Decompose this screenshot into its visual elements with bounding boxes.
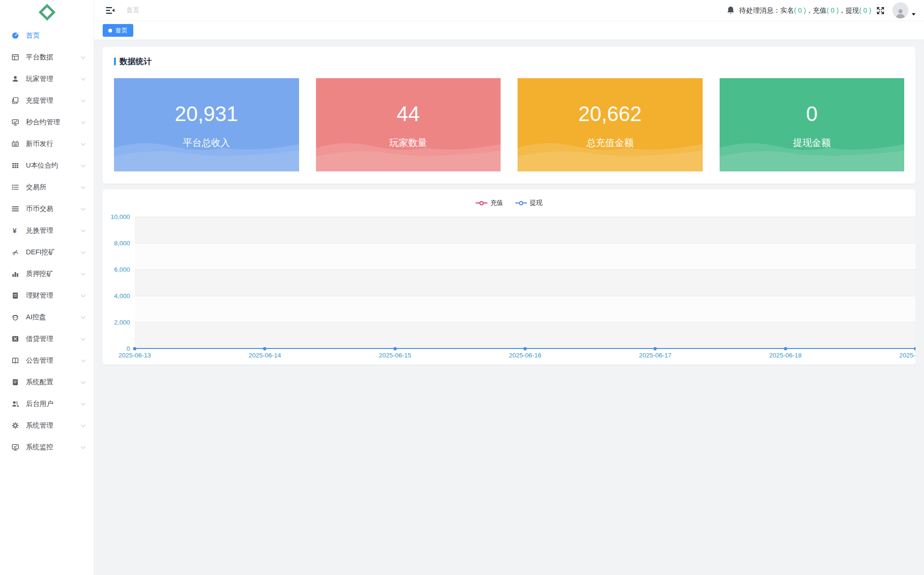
- sidebar-item-defi-mining[interactable]: DEFI挖矿: [0, 241, 94, 263]
- sidebar-item-system-monitor[interactable]: 系统监控: [0, 436, 94, 458]
- new-coin-icon: [11, 140, 19, 148]
- sidebar-item-exchange[interactable]: 交易所: [0, 176, 94, 198]
- sidebar-menu: 首页 平台数据 玩家管理 充提管理 秒合约管理: [0, 24, 94, 458]
- data-point: [393, 347, 397, 350]
- legend-item-withdraw[interactable]: 提现: [515, 199, 543, 207]
- data-point: [263, 347, 267, 350]
- stat-value: 20,662: [578, 104, 642, 124]
- tab-home[interactable]: 首页: [103, 24, 133, 37]
- sidebar-item-u-contract[interactable]: U本位合约: [0, 154, 94, 176]
- stat-value: 0: [806, 104, 818, 124]
- chevron-down-icon: [81, 97, 86, 102]
- sidebar-item-ai-control[interactable]: AI控盘: [0, 306, 94, 328]
- chevron-down-icon: [81, 314, 86, 319]
- u-contract-icon: [11, 162, 19, 170]
- chevron-down-icon: [81, 292, 86, 297]
- sidebar-item-seconds-contract[interactable]: 秒合约管理: [0, 111, 94, 133]
- chevron-down-icon: [81, 119, 86, 124]
- sidebar-item-platform-data[interactable]: 平台数据: [0, 46, 94, 68]
- sidebar-item-system-manage[interactable]: 系统管理: [0, 414, 94, 436]
- data-point: [914, 347, 916, 350]
- notification-bell-icon[interactable]: [727, 6, 735, 15]
- legend-item-deposit[interactable]: 充值: [476, 199, 503, 207]
- chevron-down-icon: [81, 162, 86, 167]
- sidebar-item-staking-mining[interactable]: 质押挖矿: [0, 263, 94, 284]
- wave-decoration: [518, 134, 703, 171]
- staking-mining-icon: [11, 270, 19, 278]
- defi-mining-icon: [11, 248, 19, 256]
- split-area-band: [135, 269, 916, 296]
- admin-users-icon: [11, 400, 19, 408]
- brand-logo-icon: [38, 3, 56, 21]
- legend-marker-icon: [476, 201, 487, 205]
- pending-item-label: 实名: [780, 7, 794, 14]
- gridline: [135, 243, 916, 243]
- sidebar-item-swap[interactable]: ¥ 兑换管理: [0, 219, 94, 241]
- gridline: [135, 269, 916, 270]
- section-title-text: 数据统计: [120, 56, 152, 67]
- collapse-sidebar-icon[interactable]: [105, 6, 115, 15]
- chart-legend: 充值 提现: [103, 199, 916, 207]
- section-title: 数据统计: [114, 56, 904, 67]
- sidebar-item-new-coin[interactable]: 新币发行: [0, 133, 94, 154]
- split-area-band: [135, 243, 916, 269]
- stats-panel: 数据统计 20,931 平台总收入 44 玩家数量 20,662: [103, 47, 916, 184]
- sidebar-item-wealth[interactable]: 理财管理: [0, 284, 94, 306]
- data-point: [654, 347, 657, 350]
- lending-icon: [11, 335, 19, 343]
- header-right: 待处理消息：实名( 0 )，充值( 0 )，提现( 0 ): [727, 2, 916, 18]
- wave-decoration: [316, 134, 501, 171]
- split-area-band: [135, 217, 916, 243]
- coin-trade-icon: [11, 205, 19, 213]
- stat-value: 44: [397, 104, 420, 124]
- sidebar-item-players[interactable]: 玩家管理: [0, 68, 94, 89]
- data-point: [133, 347, 137, 350]
- wave-decoration: [720, 134, 905, 171]
- user-menu-caret-icon[interactable]: [912, 13, 916, 16]
- stat-value: 20,931: [175, 104, 238, 124]
- sidebar-item-label: 首页: [26, 31, 40, 40]
- chevron-down-icon: [81, 54, 86, 59]
- pending-item-label: 充值: [813, 7, 827, 14]
- chevron-down-icon: [81, 401, 86, 405]
- chevron-down-icon: [81, 422, 86, 427]
- app-root: 首页 平台数据 玩家管理 充提管理 秒合约管理: [0, 0, 924, 575]
- chevron-down-icon: [81, 379, 86, 384]
- chevron-down-icon: [81, 184, 86, 189]
- sidebar-item-announcement[interactable]: 公告管理: [0, 349, 94, 371]
- breadcrumb[interactable]: 首页: [126, 6, 139, 15]
- sidebar-item-system-config[interactable]: 系统配置: [0, 371, 94, 393]
- chart-plot-area: 10,000 8,000 6,000 4,000 2,000 0: [108, 217, 916, 348]
- svg-text:¥: ¥: [13, 227, 17, 235]
- data-point: [784, 347, 787, 350]
- deposit-withdraw-icon: [11, 97, 19, 105]
- sidebar-item-coin-trade[interactable]: 币币交易: [0, 198, 94, 219]
- dashboard-icon: [11, 32, 19, 40]
- stat-cards: 20,931 平台总收入 44 玩家数量 20,662 总充值金额: [114, 78, 904, 171]
- sidebar-item-admin-users[interactable]: 后台用户: [0, 393, 94, 414]
- gridline: [135, 322, 916, 323]
- gridline: [135, 217, 916, 217]
- chevron-down-icon: [81, 227, 86, 232]
- chart-panel: 充值 提现 10,000 8,000 6,000 4,000 2,000 0: [103, 189, 916, 364]
- split-area-band: [135, 296, 916, 322]
- pending-item-count: ( 0 ): [859, 7, 871, 14]
- chevron-down-icon: [81, 444, 86, 449]
- wealth-icon: [11, 292, 19, 300]
- logo: [0, 0, 94, 24]
- tab-bar: 首页: [94, 21, 924, 40]
- system-monitor-icon: [11, 443, 19, 451]
- fullscreen-icon[interactable]: [876, 6, 885, 15]
- pending-messages: 待处理消息：实名( 0 )，充值( 0 )，提现( 0 ): [739, 6, 871, 15]
- chevron-down-icon: [81, 271, 86, 275]
- system-config-icon: [11, 378, 19, 386]
- sidebar-item-home[interactable]: 首页: [0, 24, 94, 46]
- user-avatar[interactable]: [892, 2, 908, 18]
- pending-item-label: 提现: [845, 7, 859, 14]
- section-title-bar: [114, 57, 116, 65]
- y-axis-labels: 10,000 8,000 6,000 4,000 2,000 0: [108, 217, 135, 348]
- sidebar-item-lending[interactable]: 借贷管理: [0, 328, 94, 349]
- exchange-icon: [11, 183, 19, 191]
- sidebar-item-deposit-withdraw[interactable]: 充提管理: [0, 89, 94, 111]
- chevron-down-icon: [81, 206, 86, 211]
